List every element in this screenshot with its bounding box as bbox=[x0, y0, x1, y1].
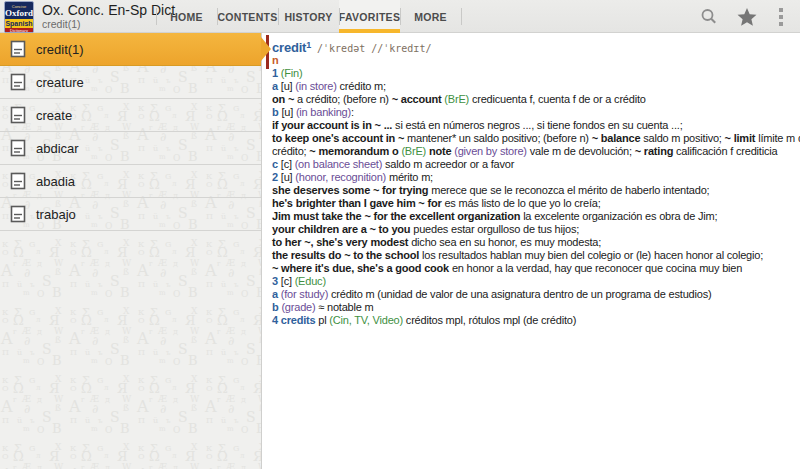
watermark-glyph: O bbox=[241, 290, 248, 299]
tab-favorites[interactable]: FAVORITES bbox=[339, 0, 400, 33]
tab-home[interactable]: HOME bbox=[156, 0, 217, 33]
favorites-sidebar: ΣGXКΩЯOлÆдWгA∂ßSüПъmOBΣGXКΩЯOлÆдWгA∂ßSüП… bbox=[0, 33, 262, 469]
watermark-glyph: G bbox=[233, 445, 239, 453]
entry-line: ~ where it's due, she's a good cook en h… bbox=[272, 262, 800, 275]
watermark-glyph: m bbox=[23, 358, 30, 365]
watermark-glyph: л bbox=[172, 249, 176, 256]
watermark-glyph: Æ bbox=[226, 463, 235, 469]
entry-line: 2 [u] (honor, recognition) mérito m; bbox=[272, 171, 800, 184]
watermark-glyph: г bbox=[81, 329, 85, 336]
watermark-glyph: ß bbox=[123, 268, 129, 277]
watermark-glyph: S bbox=[246, 274, 256, 288]
watermark-glyph: П bbox=[138, 417, 145, 425]
watermark-glyph: д bbox=[173, 328, 178, 336]
watermark-glyph: Æ bbox=[22, 463, 31, 469]
watermark-glyph: S bbox=[246, 410, 256, 424]
watermark-glyph: O bbox=[138, 385, 145, 393]
watermark-glyph: л bbox=[36, 249, 40, 256]
watermark-glyph: G bbox=[233, 309, 239, 317]
watermark-glyph: G bbox=[29, 377, 35, 385]
entry-line: the results do ~ to the school los resul… bbox=[272, 249, 800, 262]
watermark-glyph: ß bbox=[259, 268, 261, 277]
watermark-glyph: O bbox=[206, 385, 213, 393]
watermark-glyph: m bbox=[91, 290, 98, 297]
watermark-glyph: B bbox=[52, 422, 62, 435]
entry-line: c [c] (on balance sheet) saldo m acreedo… bbox=[272, 158, 800, 171]
watermark-glyph: B bbox=[52, 354, 62, 367]
watermark-glyph: Æ bbox=[90, 463, 99, 469]
watermark-glyph: г bbox=[149, 465, 153, 469]
tab-label: MORE bbox=[414, 11, 447, 23]
entry-line: your children are a ~ to you puedes esta… bbox=[272, 223, 800, 236]
word-list-item[interactable]: trabajo bbox=[0, 198, 261, 231]
watermark-glyph: B bbox=[256, 354, 261, 367]
entry-line: 3 [c] (Educ) bbox=[272, 275, 800, 288]
watermark-glyph: B bbox=[120, 354, 130, 367]
word-label: abdicar bbox=[36, 141, 79, 156]
watermark-glyph: ü bbox=[153, 281, 158, 289]
watermark-glyph: A bbox=[1, 263, 13, 279]
watermark-glyph: S bbox=[178, 274, 188, 288]
watermark-glyph: O bbox=[2, 317, 9, 325]
word-list-item[interactable]: creature bbox=[0, 66, 261, 99]
watermark-glyph: д bbox=[241, 396, 246, 404]
watermark-glyph: л bbox=[36, 453, 40, 460]
watermark-glyph: G bbox=[233, 241, 239, 249]
watermark-glyph: B bbox=[256, 286, 261, 299]
watermark-glyph: O bbox=[206, 249, 213, 257]
watermark-glyph: г bbox=[81, 465, 85, 469]
watermark-glyph: m bbox=[91, 426, 98, 433]
watermark-glyph: S bbox=[42, 342, 52, 356]
watermark-glyph: ü bbox=[85, 417, 90, 425]
overflow-menu-button[interactable] bbox=[766, 0, 796, 33]
watermark-glyph: г bbox=[217, 465, 221, 469]
watermark-glyph: G bbox=[97, 309, 103, 317]
entry-line: b (grade) ≈ notable m bbox=[272, 301, 800, 314]
watermark-glyph: A bbox=[137, 263, 149, 279]
tab-more[interactable]: MORE bbox=[400, 0, 461, 33]
watermark-glyph: ü bbox=[17, 417, 22, 425]
document-icon bbox=[10, 40, 26, 58]
word-list-item[interactable]: create bbox=[0, 99, 261, 132]
watermark-glyph: A bbox=[137, 399, 149, 415]
tab-label: FAVORITES bbox=[339, 11, 400, 23]
watermark-glyph: ß bbox=[123, 404, 129, 413]
watermark-glyph: г bbox=[13, 465, 17, 469]
tab-label: HISTORY bbox=[284, 11, 332, 23]
watermark-glyph: ü bbox=[221, 417, 226, 425]
watermark-glyph: л bbox=[240, 385, 244, 392]
main-area: ΣGXКΩЯOлÆдWгA∂ßSüПъmOBΣGXКΩЯOлÆдWгA∂ßSüП… bbox=[0, 33, 800, 469]
watermark-glyph: O bbox=[206, 453, 213, 461]
favorite-button[interactable] bbox=[728, 0, 766, 33]
watermark-glyph: ∂ bbox=[228, 267, 234, 279]
watermark-glyph: m bbox=[159, 290, 166, 297]
watermark-glyph: г bbox=[149, 261, 153, 268]
word-label: create bbox=[36, 108, 72, 123]
search-button[interactable] bbox=[690, 0, 728, 33]
word-list-item[interactable]: credit(1) bbox=[0, 33, 261, 66]
tab-history[interactable]: HISTORY bbox=[278, 0, 339, 33]
watermark-glyph: O bbox=[105, 290, 112, 299]
watermark-glyph: A bbox=[69, 399, 81, 415]
watermark-glyph: m bbox=[227, 358, 234, 365]
watermark-glyph: O bbox=[241, 426, 248, 435]
watermark-glyph: ß bbox=[123, 336, 129, 345]
document-icon bbox=[10, 106, 26, 124]
watermark-glyph: д bbox=[37, 464, 42, 469]
watermark-glyph: ß bbox=[55, 268, 61, 277]
watermark-glyph: л bbox=[104, 317, 108, 324]
app-logo-icon[interactable]: Concise Oxford Spanish Dictionary bbox=[4, 1, 34, 33]
watermark-glyph: д bbox=[241, 260, 246, 268]
watermark-glyph: ß bbox=[191, 268, 197, 277]
word-list-item[interactable]: abadia bbox=[0, 165, 261, 198]
entry-line: crédito; ~ memorandum o (BrE) note (give… bbox=[272, 145, 800, 158]
tab-contents[interactable]: CONTENTS bbox=[217, 0, 278, 33]
word-list-item[interactable]: abdicar bbox=[0, 132, 261, 165]
action-buttons bbox=[690, 0, 796, 33]
watermark-glyph: O bbox=[2, 249, 9, 257]
watermark-glyph: ∂ bbox=[160, 267, 166, 279]
watermark-glyph: G bbox=[29, 241, 35, 249]
watermark-glyph: O bbox=[173, 358, 180, 367]
watermark-glyph: д bbox=[173, 396, 178, 404]
watermark-glyph: ü bbox=[17, 281, 22, 289]
